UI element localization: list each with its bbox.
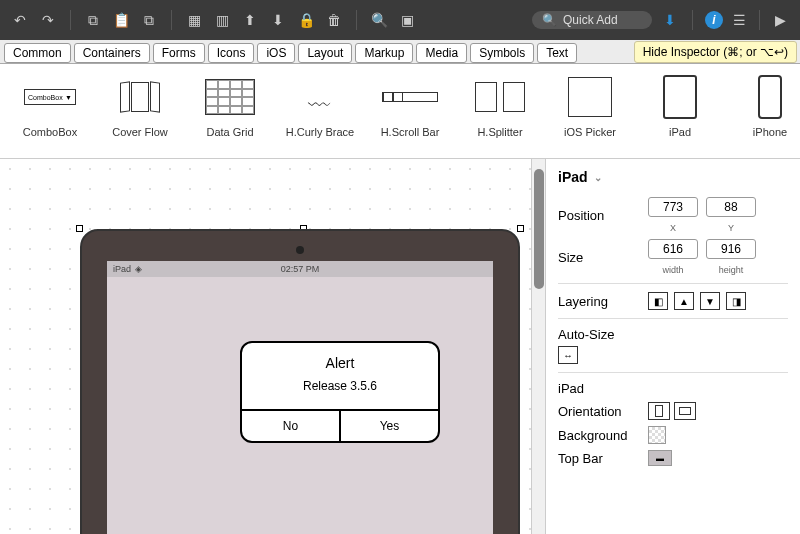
tooltip-hide-inspector: Hide Inspector (⌘; or ⌥↩) [634,41,797,63]
tab-markup[interactable]: Markup [355,43,413,63]
zoom-icon[interactable]: 🔍 [369,10,389,30]
inspector-title[interactable]: iPad ⌄ [558,169,788,185]
size-label: Size [558,250,638,265]
size-height-input[interactable] [706,239,756,259]
send-back-icon[interactable]: ⬇ [268,10,288,30]
size-width-input[interactable] [648,239,698,259]
tab-icons[interactable]: Icons [208,43,255,63]
send-to-back-button[interactable]: ◨ [726,292,746,310]
orientation-label: Orientation [558,404,638,419]
ipad-screen: iPad ◈ 02:57 PM Alert Release 3.5.6 No Y… [107,261,493,534]
list-icon[interactable]: ☰ [729,10,749,30]
tab-common[interactable]: Common [4,43,71,63]
position-y-input[interactable] [706,197,756,217]
play-icon[interactable]: ▶ [770,10,790,30]
bring-to-front-button[interactable]: ◧ [648,292,668,310]
undo-icon[interactable]: ↶ [10,10,30,30]
tab-text[interactable]: Text [537,43,577,63]
library-panel: ComboBox ▼ComboBox Cover Flow Data Grid … [0,64,800,159]
separator [70,10,71,30]
quick-add-search[interactable]: 🔍 Quick Add [532,11,652,29]
vertical-scrollbar[interactable] [531,159,545,534]
wifi-icon: ◈ [135,264,142,274]
autosize-button[interactable]: ↔ [558,346,578,364]
tab-containers[interactable]: Containers [74,43,150,63]
background-swatch[interactable] [648,426,666,444]
copy-icon[interactable]: ⧉ [83,10,103,30]
bring-forward-button[interactable]: ▲ [674,292,694,310]
statusbar-label: iPad [113,264,131,274]
separator [692,10,693,30]
separator [759,10,760,30]
tab-symbols[interactable]: Symbols [470,43,534,63]
tab-media[interactable]: Media [416,43,467,63]
tab-forms[interactable]: Forms [153,43,205,63]
lock-icon[interactable]: 🔒 [296,10,316,30]
section-label: iPad [558,381,788,396]
trash-icon[interactable]: 🗑 [324,10,344,30]
lib-hcurly[interactable]: ﹏H.Curly Brace [290,72,350,150]
ipad-mockup[interactable]: iPad ◈ 02:57 PM Alert Release 3.5.6 No Y… [80,229,520,534]
tab-ios[interactable]: iOS [257,43,295,63]
background-label: Background [558,428,638,443]
topbar-style-button[interactable]: ▬ [648,450,672,466]
tab-layout[interactable]: Layout [298,43,352,63]
inspector-panel: iPad ⌄ Position XY Size widthheight [545,159,800,534]
lib-hscroll[interactable]: H.Scroll Bar [380,72,440,150]
paste-icon[interactable]: 📋 [111,10,131,30]
main-area: iPad ◈ 02:57 PM Alert Release 3.5.6 No Y… [0,159,800,534]
share-icon[interactable]: ⬇ [660,10,680,30]
statusbar-time: 02:57 PM [281,264,320,274]
alert-dialog[interactable]: Alert Release 3.5.6 No Yes [240,341,440,443]
position-x-input[interactable] [648,197,698,217]
separator [356,10,357,30]
search-icon: 🔍 [542,13,557,27]
camera-icon [296,246,304,254]
orientation-landscape-button[interactable] [674,402,696,420]
alert-yes-button[interactable]: Yes [341,411,438,441]
lib-ipad[interactable]: iPad [650,72,710,150]
canvas[interactable]: iPad ◈ 02:57 PM Alert Release 3.5.6 No Y… [0,159,545,534]
fit-icon[interactable]: ▣ [397,10,417,30]
lib-iospicker[interactable]: iOS Picker [560,72,620,150]
autosize-label: Auto-Size [558,327,614,342]
quick-add-placeholder: Quick Add [563,13,618,27]
position-label: Position [558,208,638,223]
separator [171,10,172,30]
topbar-label: Top Bar [558,451,638,466]
ipad-statusbar: iPad ◈ 02:57 PM [107,261,493,277]
info-icon[interactable]: i [705,11,723,29]
ungroup-icon[interactable]: ▥ [212,10,232,30]
alert-message: Release 3.5.6 [250,379,430,393]
orientation-portrait-button[interactable] [648,402,670,420]
top-toolbar: ↶ ↷ ⧉ 📋 ⧉ ▦ ▥ ⬆ ⬇ 🔒 🗑 🔍 ▣ 🔍 Quick Add ⬇ … [0,0,800,40]
redo-icon[interactable]: ↷ [38,10,58,30]
lib-hsplitter[interactable]: H.Splitter [470,72,530,150]
scrollbar-thumb[interactable] [534,169,544,289]
lib-iphone[interactable]: iPhone [740,72,800,150]
bring-front-icon[interactable]: ⬆ [240,10,260,30]
duplicate-icon[interactable]: ⧉ [139,10,159,30]
chevron-down-icon: ⌄ [594,172,602,183]
alert-title: Alert [250,355,430,371]
group-icon[interactable]: ▦ [184,10,204,30]
layering-label: Layering [558,294,638,309]
alert-no-button[interactable]: No [242,411,341,441]
lib-datagrid[interactable]: Data Grid [200,72,260,150]
send-backward-button[interactable]: ▼ [700,292,720,310]
lib-coverflow[interactable]: Cover Flow [110,72,170,150]
lib-combobox[interactable]: ComboBox ▼ComboBox [20,72,80,150]
